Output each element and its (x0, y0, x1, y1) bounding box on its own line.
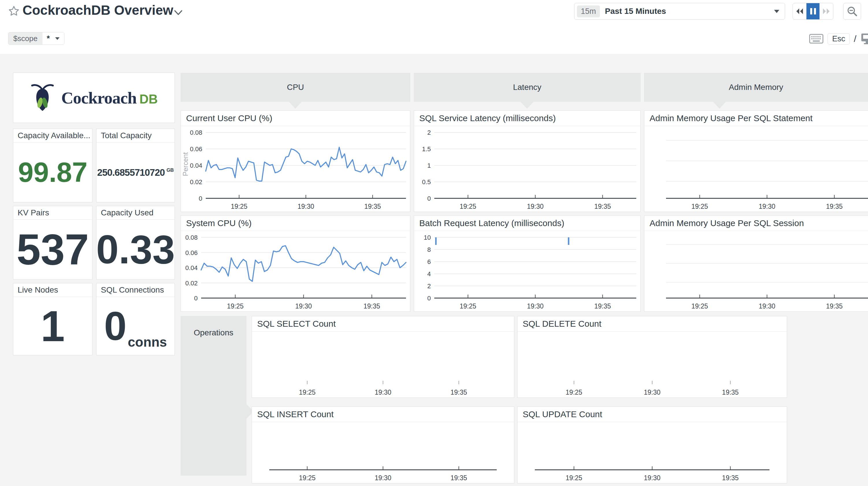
stat-card-live-nodes[interactable]: Live Nodes 1 (13, 283, 92, 355)
stat-card-total-capacity[interactable]: Total Capacity 250.6855710720 GB (96, 128, 175, 202)
svg-text:19:35: 19:35 (451, 474, 467, 482)
svg-text:0.02: 0.02 (185, 280, 198, 287)
svg-text:19:35: 19:35 (594, 303, 611, 310)
svg-text:0.02: 0.02 (190, 178, 202, 185)
chart-panel-sql-insert-count[interactable]: SQL INSERT Count 19:2519:3019:35 (252, 406, 514, 483)
time-range-picker[interactable]: 15m Past 15 Minutes (574, 3, 785, 20)
template-var-scope[interactable]: $scope * (8, 32, 64, 45)
chart-title: SQL Service Latency (milliseconds) (414, 111, 640, 126)
svg-text:19:35: 19:35 (364, 303, 380, 310)
svg-text:19:30: 19:30 (759, 303, 776, 310)
svg-text:19:30: 19:30 (375, 474, 392, 482)
rewind-icon (795, 7, 804, 15)
svg-text:19:35: 19:35 (826, 303, 843, 310)
zoom-out-icon (846, 5, 858, 17)
brand-wordmark: CockroachDB (61, 88, 158, 108)
cockroachdb-logo-card: CockroachDB (13, 73, 175, 123)
svg-text:8: 8 (427, 246, 431, 253)
chart-canvas: 19:2519:3019:35 (644, 126, 868, 211)
svg-text:19:30: 19:30 (527, 203, 544, 210)
fast-forward-button[interactable] (820, 3, 833, 19)
chart-panel-sql-select-count[interactable]: SQL SELECT Count 19:2519:3019:35 (252, 316, 514, 398)
time-range-label: Past 15 Minutes (605, 7, 666, 16)
page-title: CockroachDB Overview (23, 2, 174, 18)
template-var-value: * (47, 34, 50, 43)
pause-button[interactable] (806, 3, 820, 19)
svg-text:19:25: 19:25 (231, 203, 248, 210)
chart-canvas: 00.020.040.060.0819:2519:3019:35 (181, 231, 410, 311)
template-var-caret-icon (55, 37, 60, 40)
brand-suffix: DB (140, 92, 158, 106)
stat-card-capacity-available[interactable]: Capacity Available... 99.87 (13, 128, 92, 202)
svg-text:19:30: 19:30 (527, 303, 544, 310)
svg-text:2: 2 (427, 283, 431, 290)
svg-text:0.04: 0.04 (190, 162, 202, 169)
chart-panel-sql-update-count[interactable]: SQL UPDATE Count 19:2519:3019:35 (517, 406, 787, 483)
stat-title: KV Pairs (13, 206, 92, 220)
chart-canvas: 024681019:2519:3019:35 (414, 231, 640, 311)
stat-title: Capacity Available... (13, 129, 92, 143)
tv-screen-icon[interactable] (861, 33, 868, 45)
svg-text:0.08: 0.08 (190, 129, 202, 136)
template-var-value-dropdown[interactable]: * (42, 32, 64, 45)
time-player-controls (793, 3, 833, 20)
svg-text:19:25: 19:25 (299, 389, 315, 396)
chart-title: Admin Memory Usage Per SQL Session (644, 216, 868, 231)
stat-value: 250.6855710720 (97, 168, 165, 177)
chart-panel-sql-delete-count[interactable]: SQL DELETE Count 19:2519:3019:35 (517, 316, 787, 398)
chart-panel-system-cpu[interactable]: System CPU (%) 00.020.040.060.0819:2519:… (181, 216, 410, 312)
group-header-latency: Latency (414, 73, 641, 102)
chart-panel-admin-memory-per-statement[interactable]: Admin Memory Usage Per SQL Statement 19:… (644, 110, 868, 212)
template-var-name: $scope (8, 32, 42, 45)
chart-panel-batch-request-latency[interactable]: Batch Request Latency (milliseconds) 024… (414, 216, 641, 312)
pause-icon (810, 7, 816, 15)
chart-canvas: 19:2519:3019:35 (518, 422, 787, 483)
group-header-operations: Operations (181, 316, 246, 476)
svg-text:19:30: 19:30 (298, 203, 314, 210)
svg-text:19:25: 19:25 (691, 203, 708, 210)
svg-text:19:25: 19:25 (460, 203, 476, 210)
svg-text:19:35: 19:35 (594, 203, 611, 210)
chart-title: Admin Memory Usage Per SQL Statement (644, 111, 868, 126)
svg-text:19:30: 19:30 (759, 203, 776, 210)
svg-text:0: 0 (194, 295, 198, 302)
rewind-button[interactable] (793, 3, 806, 19)
stat-value: 537 (17, 228, 89, 271)
header-band: CockroachDB Overview 15m Past 15 Minutes (0, 0, 868, 54)
svg-text:19:35: 19:35 (451, 389, 467, 396)
group-header-cpu-tail (289, 102, 302, 109)
svg-text:0.04: 0.04 (185, 264, 198, 271)
title-chevron-down-icon[interactable] (174, 9, 183, 16)
chart-title: Current User CPU (%) (181, 111, 410, 126)
svg-text:10: 10 (424, 234, 431, 241)
svg-text:19:25: 19:25 (299, 474, 315, 482)
stat-card-sql-connections[interactable]: SQL Connections 0 conns (96, 283, 175, 355)
dashboard: CockroachDB Overview 15m Past 15 Minutes (0, 0, 868, 486)
stat-value: 1 (41, 305, 65, 348)
stat-card-capacity-used[interactable]: Capacity Used 0.33 (96, 206, 175, 280)
group-header-admin-memory: Admin Memory (644, 73, 868, 102)
chart-panel-sql-service-latency[interactable]: SQL Service Latency (milliseconds) 00.51… (414, 110, 641, 212)
stat-value: 99.87 (18, 159, 87, 186)
svg-text:19:30: 19:30 (644, 389, 660, 396)
svg-text:1: 1 (427, 162, 431, 169)
esc-key-hint: Esc (828, 33, 850, 45)
shortcut-hints: Esc / (809, 32, 868, 46)
time-range-badge: 15m (577, 5, 600, 17)
stat-card-kv-pairs[interactable]: KV Pairs 537 (13, 206, 92, 280)
group-label: Operations (181, 316, 246, 337)
svg-text:1.5: 1.5 (422, 145, 431, 153)
svg-text:19:25: 19:25 (227, 303, 244, 310)
group-label: Admin Memory (729, 83, 783, 92)
keyboard-icon (809, 34, 824, 44)
svg-text:19:25: 19:25 (566, 389, 583, 396)
chart-title: SQL DELETE Count (518, 316, 787, 332)
chart-panel-admin-memory-per-session[interactable]: Admin Memory Usage Per SQL Session 19:25… (644, 216, 868, 312)
svg-text:19:30: 19:30 (644, 474, 660, 482)
chart-panel-current-user-cpu[interactable]: Current User CPU (%) 00.020.040.060.0819… (181, 110, 410, 212)
stat-unit: GB (166, 167, 174, 173)
favorite-star-icon[interactable] (8, 5, 20, 17)
stat-title: Capacity Used (96, 206, 175, 220)
chart-title: SQL UPDATE Count (518, 407, 787, 422)
zoom-out-button[interactable] (843, 3, 861, 20)
